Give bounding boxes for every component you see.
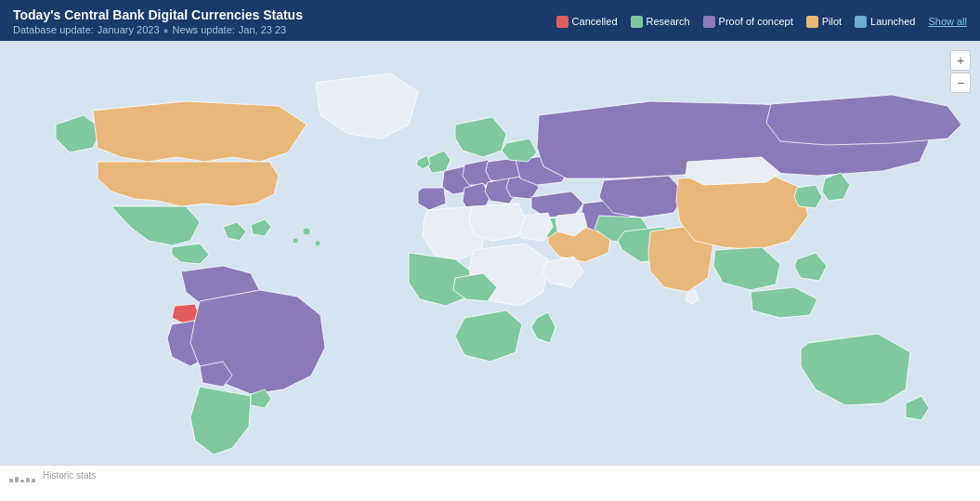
legend-item-proof[interactable]: Proof of concept xyxy=(703,16,793,28)
research-swatch xyxy=(631,16,643,28)
cancelled-swatch xyxy=(556,16,568,28)
legend-item-research[interactable]: Research xyxy=(631,16,690,28)
historic-stats-label[interactable]: Historic stats xyxy=(43,470,96,481)
research-label: Research xyxy=(647,16,690,27)
legend-item-pilot[interactable]: Pilot xyxy=(806,16,842,28)
launched-swatch xyxy=(855,16,867,28)
db-update-value: January 2023 xyxy=(98,24,160,35)
svg-point-1 xyxy=(303,228,310,235)
legend-item-cancelled[interactable]: Cancelled xyxy=(556,16,618,28)
footer-bar: Historic stats xyxy=(0,465,980,485)
news-update-label: News update: xyxy=(173,24,235,35)
pilot-label: Pilot xyxy=(822,16,842,27)
svg-point-2 xyxy=(315,241,320,246)
header-left: Today's Central Bank Digital Currencies … xyxy=(13,7,303,35)
map-container: + − xyxy=(0,41,980,485)
legend: Cancelled Research Proof of concept Pilo… xyxy=(556,16,967,28)
zoom-in-button[interactable]: + xyxy=(950,50,971,71)
svg-point-3 xyxy=(293,238,298,244)
world-map-svg xyxy=(0,41,980,465)
zoom-out-button[interactable]: − xyxy=(950,73,971,93)
page-header: Today's Central Bank Digital Currencies … xyxy=(0,0,980,41)
launched-label: Launched xyxy=(870,16,915,27)
show-all-link[interactable]: Show all xyxy=(928,16,967,27)
db-update-label: Database update: xyxy=(13,24,94,35)
zoom-controls: + − xyxy=(950,50,971,93)
proof-label: Proof of concept xyxy=(719,16,793,27)
header-meta: Database update: January 2023 ● News upd… xyxy=(13,24,303,35)
page-title: Today's Central Bank Digital Currencies … xyxy=(13,7,303,22)
news-update-value: Jan, 23 23 xyxy=(239,24,286,35)
mini-chart xyxy=(9,469,35,482)
cancelled-label: Cancelled xyxy=(572,16,618,27)
pilot-swatch xyxy=(806,16,818,28)
legend-item-launched[interactable]: Launched xyxy=(855,16,915,28)
proof-swatch xyxy=(703,16,715,28)
separator: ● xyxy=(163,25,169,35)
